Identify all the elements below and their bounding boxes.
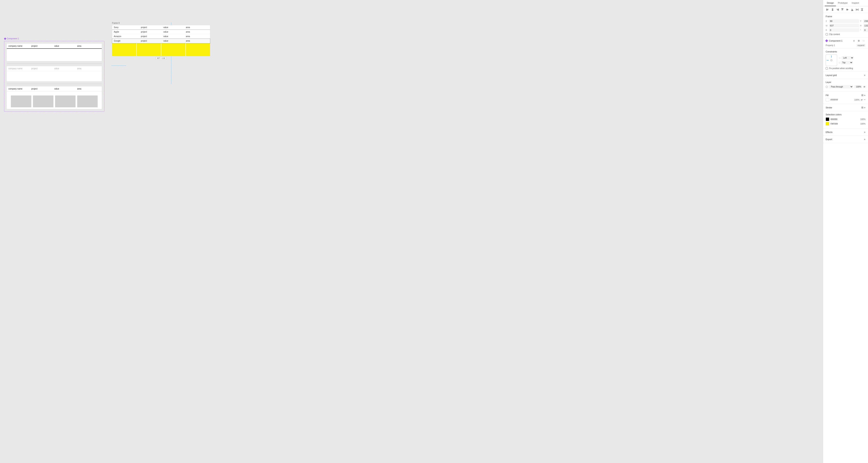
- fix-scroll-checkbox[interactable]: [826, 67, 828, 69]
- f8-col-area: area: [186, 26, 208, 28]
- align-center-v-icon[interactable]: [831, 7, 835, 12]
- horizontal-select[interactable]: Left Right Center Scale: [842, 56, 854, 60]
- fill-hex[interactable]: FFFFFF: [831, 99, 852, 101]
- f8-apple: Apple: [114, 31, 141, 33]
- r-field-group: R: [826, 28, 859, 32]
- y-field-group: Y: [860, 19, 868, 23]
- img-col-area: area: [77, 88, 100, 90]
- remove-fill-button[interactable]: −: [864, 98, 866, 102]
- component-settings-icon[interactable]: ⊕: [857, 39, 861, 42]
- fix-scroll-row: Fix position when scrolling: [826, 67, 866, 69]
- sel-color-opacity-2: 100%: [860, 123, 866, 125]
- tab-inspect[interactable]: Inspect: [849, 0, 861, 6]
- f8-apple-value: value: [163, 31, 186, 33]
- r-input[interactable]: [829, 28, 859, 32]
- svg-rect-5: [832, 10, 833, 10]
- fill-mode-icon[interactable]: ⇄: [861, 99, 863, 101]
- f8-amazon-project: project: [141, 35, 163, 37]
- fix-scroll-label: Fix position when scrolling: [829, 67, 853, 69]
- y-input[interactable]: [863, 19, 868, 23]
- constraints-visual: [826, 55, 837, 66]
- w-input[interactable]: [829, 24, 859, 27]
- vertical-select[interactable]: Top Bottom Center Scale: [841, 61, 853, 64]
- tab-prototype[interactable]: Prototype: [836, 0, 849, 6]
- svg-rect-4: [832, 9, 833, 9]
- component-more-icon[interactable]: ···: [862, 39, 866, 42]
- yellow-box-2: [136, 43, 161, 56]
- clip-checkbox[interactable]: [826, 33, 828, 35]
- image-box-3: [55, 95, 75, 107]
- right-panel: Design Prototype Inspect Frame: [823, 0, 868, 463]
- fill-color-swatch[interactable]: [826, 98, 829, 102]
- x-input[interactable]: [829, 19, 859, 23]
- faded-row: company name project value area: [7, 66, 102, 71]
- align-left-icon[interactable]: [826, 7, 830, 12]
- add-effect-button[interactable]: +: [864, 131, 866, 134]
- angle-input[interactable]: [863, 28, 868, 32]
- distribute-v-icon[interactable]: [860, 7, 864, 12]
- svg-rect-3: [832, 8, 833, 11]
- fill-header: Fill ⊞ +: [826, 94, 866, 97]
- align-middle-icon[interactable]: [845, 7, 849, 12]
- stroke-header: Stroke ⊞ +: [826, 106, 866, 109]
- f8-col-project: project: [141, 26, 163, 28]
- f8-google-value: value: [163, 40, 186, 42]
- f8-col-value: value: [163, 26, 186, 28]
- add-fill-button[interactable]: +: [864, 94, 866, 97]
- layout-grid-section: Layout grid +: [823, 72, 868, 79]
- opacity-input[interactable]: [854, 85, 862, 88]
- fill-opacity: 100%: [854, 99, 860, 101]
- layer-title: Layer: [826, 81, 866, 83]
- faded-value: value: [54, 67, 77, 70]
- component-chevron-icon[interactable]: ∨: [852, 39, 856, 42]
- svg-rect-2: [827, 10, 828, 10]
- effects-section: Effects +: [823, 129, 868, 136]
- add-layout-grid-button[interactable]: +: [864, 74, 866, 77]
- sel-color-hex-1: 000000: [831, 118, 859, 120]
- layout-grid-label: Layout grid: [826, 74, 864, 77]
- visibility-icon[interactable]: 👁: [863, 86, 866, 88]
- svg-rect-15: [851, 10, 853, 11]
- svg-rect-19: [858, 9, 859, 11]
- add-stroke-button[interactable]: +: [864, 106, 866, 109]
- frame-fields: X Y W H R °: [826, 19, 866, 32]
- svg-rect-14: [847, 9, 848, 10]
- sel-color-swatch-1[interactable]: [826, 117, 829, 121]
- f8-col-sony: Sony: [114, 26, 141, 28]
- svg-rect-25: [862, 10, 863, 10]
- layer-section: Layer Pass through Normal Multiply Scree…: [823, 79, 868, 92]
- tab-design[interactable]: Design: [825, 0, 836, 6]
- blend-select[interactable]: Pass through Normal Multiply Screen Over…: [829, 85, 853, 88]
- fill-title: Fill: [826, 94, 861, 96]
- h-label: H: [860, 25, 863, 27]
- h-input[interactable]: [863, 24, 868, 27]
- image-box-2: [33, 95, 54, 107]
- layout-grid-header: Layout grid +: [826, 74, 866, 77]
- effects-label: Effects: [826, 131, 864, 133]
- align-top-icon[interactable]: [840, 7, 844, 12]
- img-col-project: project: [31, 88, 54, 90]
- layer-row: Pass through Normal Multiply Screen Over…: [826, 85, 866, 88]
- divider-1: [7, 63, 102, 64]
- canvas: Component 1 company name project value a…: [0, 0, 823, 463]
- distribute-h-icon[interactable]: [855, 7, 859, 12]
- selection-colors-title: Selection colors: [826, 113, 866, 116]
- f8-google-project: project: [141, 40, 163, 42]
- diamond-icon: [4, 37, 6, 40]
- expand-button[interactable]: expand: [856, 44, 866, 47]
- add-export-button[interactable]: +: [864, 138, 866, 141]
- sel-color-swatch-2[interactable]: [826, 122, 829, 125]
- angle-label: °: [860, 29, 863, 31]
- stroke-grid-icon[interactable]: ⊞: [861, 106, 864, 109]
- fill-grid-icon[interactable]: ⊞: [861, 94, 864, 97]
- svg-rect-22: [861, 8, 863, 9]
- align-right-icon[interactable]: [835, 7, 840, 12]
- align-bottom-icon[interactable]: [850, 7, 854, 12]
- constraint-line-left: [827, 60, 829, 60]
- frame8-label-container: Frame 8: [112, 22, 120, 25]
- svg-rect-16: [851, 9, 852, 10]
- frame8-label: Frame 8: [112, 22, 120, 24]
- f8-amazon: Amazon: [114, 35, 141, 37]
- svg-rect-9: [841, 8, 843, 9]
- frame8-row-google[interactable]: Google project value area: [112, 39, 210, 43]
